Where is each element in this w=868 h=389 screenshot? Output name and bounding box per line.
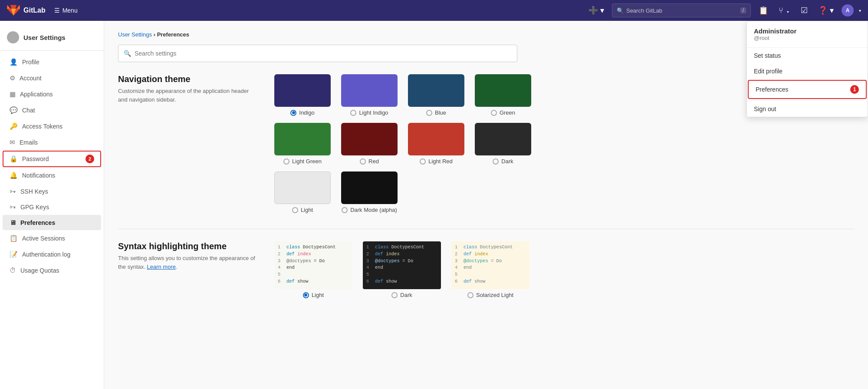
light-indigo-radio [350,110,356,116]
account-icon: ⚙ [10,74,15,82]
sidebar-label-ssh-keys: SSH Keys [20,188,48,195]
nav-theme-grid: Indigo Light Indigo Blue [274,74,531,213]
sidebar-label-preferences: Preferences [20,219,55,226]
dark-mode-radio [342,207,348,213]
theme-light[interactable]: Light [274,171,331,213]
theme-light-red[interactable]: Light Red [408,123,464,165]
active-sessions-icon: 📋 [10,234,18,242]
syntax-dark[interactable]: 1class DoctypesCont 2 def index 3 @docty… [363,241,441,298]
user-dropdown: Administrator @root Set status Edit prof… [746,21,868,117]
theme-light-green[interactable]: Light Green [274,123,331,165]
syntax-light-radio [303,292,309,298]
blue-radio [426,110,432,116]
sidebar-label-access-tokens: Access Tokens [22,123,62,130]
preferences-badge: 1 [850,85,859,94]
syntax-theme-title: Syntax highlighting theme [118,241,257,251]
sidebar-item-access-tokens[interactable]: 🔑 Access Tokens [3,119,101,134]
chat-icon: 💬 [10,106,18,114]
preferences-icon: 🖥 [10,219,16,226]
menu-label: Menu [62,7,78,14]
syntax-solarized-swatch: 1class DoctypesCont 2 def index 3 @docty… [451,241,529,289]
blue-swatch [408,74,464,107]
learn-more-link[interactable]: Learn more [147,264,176,270]
theme-dark-mode[interactable]: Dark Mode (alpha) [341,171,398,213]
light-green-radio [283,158,289,165]
sidebar-label-password: Password [22,155,49,162]
indigo-radio [290,110,296,116]
red-swatch [341,123,398,155]
merge-requests-button[interactable]: ⑂ ▾ [776,3,793,18]
sidebar-item-profile[interactable]: 👤 Profile [3,54,101,70]
sidebar-label-auth-log: Authentication log [22,251,70,258]
gitlab-logo[interactable]: GitLab [7,4,46,17]
avatar-chevron: ▾ [859,8,861,13]
sidebar-item-preferences[interactable]: 🖥 Preferences [3,215,101,230]
sidebar-item-ssh-keys[interactable]: 🗝 SSH Keys [3,184,101,199]
light-green-label: Light Green [283,158,322,165]
light-red-radio [420,158,426,165]
issues-button[interactable]: ☑ [798,3,810,18]
set-status-item[interactable]: Set status [747,48,868,63]
light-label: Light [292,207,313,213]
sidebar-item-authentication-log[interactable]: 📝 Authentication log [3,247,101,262]
search-bar[interactable]: 🔍 Search GitLab / [612,3,751,17]
help-button[interactable]: ❓ ▾ [815,3,836,18]
theme-light-indigo[interactable]: Light Indigo [341,74,398,116]
syntax-solarized[interactable]: 1class DoctypesCont 2 def index 3 @docty… [451,241,529,298]
edit-profile-item[interactable]: Edit profile [747,63,868,79]
dropdown-divider [747,100,868,100]
sidebar-user-avatar [7,31,19,43]
red-radio [360,158,366,165]
sidebar-label-gpg-keys: GPG Keys [20,204,49,211]
gpg-keys-icon: 🗝 [10,203,16,211]
sidebar-title: User Settings [23,34,66,41]
theme-dark[interactable]: Dark [475,123,531,165]
theme-indigo[interactable]: Indigo [274,74,331,116]
sidebar-item-emails[interactable]: ✉ Emails [3,135,101,150]
syntax-light[interactable]: 1class DoctypesCont 2 def index 3 @docty… [274,241,352,298]
sidebar-item-active-sessions[interactable]: 📋 Active Sessions [3,231,101,246]
new-item-button[interactable]: ➕ ▾ [586,3,607,18]
sidebar-label-profile: Profile [22,59,39,66]
syntax-theme-grid: 1class DoctypesCont 2 def index 3 @docty… [274,241,529,298]
user-avatar-button[interactable]: A [842,4,854,16]
menu-button[interactable]: ☰ Menu [51,5,81,16]
boards-icon-button[interactable]: 📋 [756,3,771,18]
gitlab-name: GitLab [23,7,46,14]
hamburger-icon: ☰ [54,7,60,14]
settings-search-bar[interactable]: 🔍 [118,45,517,62]
settings-search-input[interactable] [135,50,512,57]
sidebar-item-gpg-keys[interactable]: 🗝 GPG Keys [3,199,101,214]
dark-swatch [475,123,531,155]
sidebar-label-usage-quotas: Usage Quotas [20,267,59,274]
syntax-solarized-label: Solarized Light [467,292,513,298]
light-swatch [274,171,331,204]
preferences-dropdown-item[interactable]: Preferences 1 [748,80,867,99]
top-navbar: GitLab ☰ Menu ➕ ▾ 🔍 Search GitLab / 📋 ⑂ … [0,0,868,21]
theme-red[interactable]: Red [341,123,398,165]
theme-blue[interactable]: Blue [408,74,464,116]
sidebar-label-chat: Chat [22,107,35,114]
light-radio [292,207,298,213]
sidebar-item-password[interactable]: 🔒 Password 2 [3,151,101,167]
dark-mode-swatch [341,171,398,204]
indigo-swatch [274,74,331,107]
dark-mode-label: Dark Mode (alpha) [342,207,397,213]
breadcrumb-parent[interactable]: User Settings [118,31,152,38]
sidebar-item-notifications[interactable]: 🔔 Notifications [3,168,101,183]
sidebar-item-account[interactable]: ⚙ Account [3,70,101,86]
password-icon: 🔒 [10,155,18,163]
light-indigo-label: Light Indigo [350,109,388,116]
theme-green[interactable]: Green [475,74,531,116]
password-badge: 2 [85,155,94,163]
sidebar-item-chat[interactable]: 💬 Chat [3,102,101,118]
nav-theme-section: Navigation theme Customize the appearanc… [118,74,854,213]
sign-out-item[interactable]: Sign out [747,101,868,117]
usage-quotas-icon: ⏱ [10,267,16,274]
sidebar-item-usage-quotas[interactable]: ⏱ Usage Quotas [3,263,101,278]
light-green-swatch [274,123,331,155]
sidebar-item-applications[interactable]: ▦ Applications [3,86,101,102]
sidebar-label-account: Account [20,75,42,82]
green-radio [491,110,497,116]
syntax-dark-swatch: 1class DoctypesCont 2 def index 3 @docty… [363,241,441,289]
